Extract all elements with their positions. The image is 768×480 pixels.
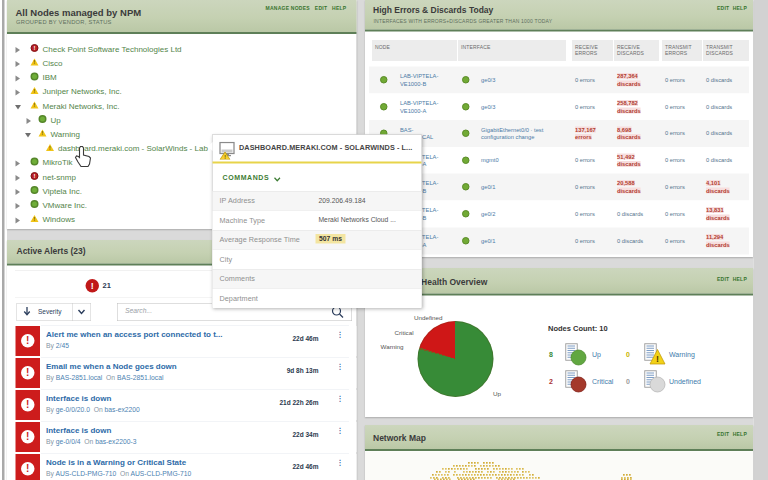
svg-text:!: ! — [656, 354, 659, 364]
